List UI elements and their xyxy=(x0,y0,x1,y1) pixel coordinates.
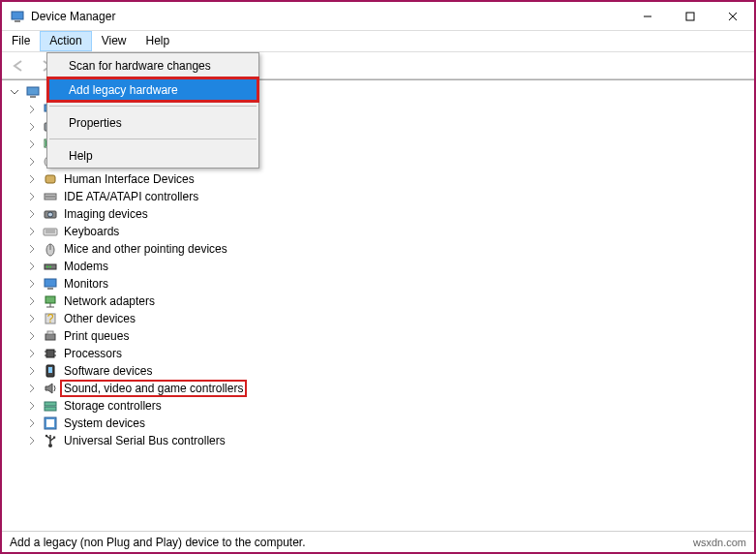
svg-rect-49 xyxy=(46,419,54,427)
tree-item[interactable]: IDE ATA/ATAPI controllers xyxy=(8,188,748,205)
svg-rect-1 xyxy=(15,20,20,22)
tree-item[interactable]: Software devices xyxy=(8,362,748,380)
svg-rect-3 xyxy=(686,13,694,20)
tree-item-label: Universal Serial Bus controllers xyxy=(62,434,227,447)
tree-item-label: Modems xyxy=(62,260,110,273)
svg-rect-32 xyxy=(45,296,55,303)
svg-point-29 xyxy=(49,266,51,268)
svg-rect-55 xyxy=(53,437,55,439)
maximize-button[interactable] xyxy=(669,2,711,31)
tree-item[interactable]: System devices xyxy=(8,415,748,432)
printer-icon xyxy=(43,328,58,344)
close-button[interactable] xyxy=(711,2,754,31)
tree-item[interactable]: Modems xyxy=(8,258,748,275)
svg-rect-37 xyxy=(45,334,55,340)
svg-rect-6 xyxy=(27,87,39,95)
menu-view[interactable]: View xyxy=(92,31,136,51)
menu-file[interactable]: File xyxy=(2,31,40,51)
expand-icon[interactable] xyxy=(25,418,39,428)
back-button[interactable] xyxy=(8,55,31,77)
expand-icon[interactable] xyxy=(25,157,39,167)
tree-item-label: Imaging devices xyxy=(62,207,150,221)
imaging-icon xyxy=(43,206,58,222)
expand-icon[interactable] xyxy=(25,209,39,219)
svg-rect-7 xyxy=(30,96,36,98)
system-icon xyxy=(43,416,58,431)
tree-item[interactable]: Processors xyxy=(8,345,748,362)
expand-icon[interactable] xyxy=(25,384,39,393)
expand-icon[interactable] xyxy=(25,174,39,184)
tree-item[interactable]: Monitors xyxy=(8,275,748,292)
separator xyxy=(49,138,257,139)
expand-icon[interactable] xyxy=(25,401,39,411)
svg-rect-0 xyxy=(12,12,23,19)
tree-item-label: IDE ATA/ATAPI controllers xyxy=(62,190,200,203)
mouse-icon xyxy=(43,241,58,257)
menu-scan-hardware[interactable]: Scan for hardware changes xyxy=(47,53,258,77)
menu-properties[interactable]: Properties xyxy=(47,110,258,135)
computer-icon xyxy=(25,84,41,100)
svg-rect-31 xyxy=(47,288,53,290)
expand-icon[interactable] xyxy=(25,436,39,446)
svg-text:?: ? xyxy=(47,312,54,325)
tree-item[interactable]: Sound, video and game controllers xyxy=(8,380,748,397)
tree-item-label: Processors xyxy=(62,347,124,360)
sound-icon xyxy=(43,381,58,396)
expand-icon[interactable] xyxy=(25,331,39,341)
watermark: wsxdn.com xyxy=(693,537,746,548)
expand-icon[interactable] xyxy=(25,139,39,149)
expand-icon[interactable] xyxy=(25,366,39,376)
menu-help[interactable]: Help xyxy=(136,31,180,51)
titlebar: Device Manager xyxy=(2,2,754,31)
tree-item[interactable]: Network adapters xyxy=(8,292,748,310)
svg-rect-46 xyxy=(45,402,56,406)
cpu-icon xyxy=(43,346,58,361)
tree-item-label: Print queues xyxy=(62,329,131,343)
collapse-icon[interactable] xyxy=(8,87,21,97)
tree-item[interactable]: Human Interface Devices xyxy=(8,170,748,188)
app-icon xyxy=(10,9,25,24)
svg-rect-30 xyxy=(45,279,56,287)
svg-line-5 xyxy=(729,13,737,20)
menu-action[interactable]: Action xyxy=(40,31,91,51)
tree-item-label: Mice and other pointing devices xyxy=(62,242,229,256)
tree-item[interactable]: Keyboards xyxy=(8,223,748,240)
menu-help[interactable]: Help xyxy=(47,143,258,168)
storage-icon xyxy=(43,398,58,414)
tree-item-label: Software devices xyxy=(62,364,154,378)
usb-icon xyxy=(43,433,58,448)
tree-item[interactable]: Mice and other pointing devices xyxy=(8,240,748,258)
expand-icon[interactable] xyxy=(25,105,39,114)
expand-icon[interactable] xyxy=(25,262,39,271)
svg-rect-17 xyxy=(45,175,55,183)
expand-icon[interactable] xyxy=(25,314,39,323)
tree-item-label: Human Interface Devices xyxy=(62,172,197,186)
menubar: File Action View Help xyxy=(2,31,754,52)
expand-icon[interactable] xyxy=(25,192,39,201)
tree-item-label: Monitors xyxy=(62,277,110,291)
ide-icon xyxy=(43,189,58,204)
expand-icon[interactable] xyxy=(25,227,39,236)
tree-item[interactable]: Print queues xyxy=(8,327,748,345)
expand-icon[interactable] xyxy=(25,349,39,358)
tree-item-label: System devices xyxy=(62,416,147,430)
monitor-icon xyxy=(43,276,58,292)
svg-rect-45 xyxy=(48,367,52,373)
menu-add-legacy-hardware[interactable]: Add legacy hardware xyxy=(47,77,258,102)
expand-icon[interactable] xyxy=(25,279,39,289)
expand-icon[interactable] xyxy=(25,122,39,132)
software-icon xyxy=(43,363,58,379)
tree-item[interactable]: Imaging devices xyxy=(8,205,748,223)
tree-item[interactable]: ?Other devices xyxy=(8,310,748,327)
tree-item-label: Network adapters xyxy=(62,294,157,308)
minimize-button[interactable] xyxy=(626,2,669,31)
other-icon: ? xyxy=(43,311,58,326)
keyboard-icon xyxy=(43,224,58,239)
network-icon xyxy=(43,293,58,309)
tree-item[interactable]: Universal Serial Bus controllers xyxy=(8,432,748,449)
tree-item[interactable]: Storage controllers xyxy=(8,397,748,415)
expand-icon[interactable] xyxy=(25,244,39,254)
svg-line-4 xyxy=(729,13,737,20)
expand-icon[interactable] xyxy=(25,296,39,306)
separator xyxy=(49,106,257,107)
